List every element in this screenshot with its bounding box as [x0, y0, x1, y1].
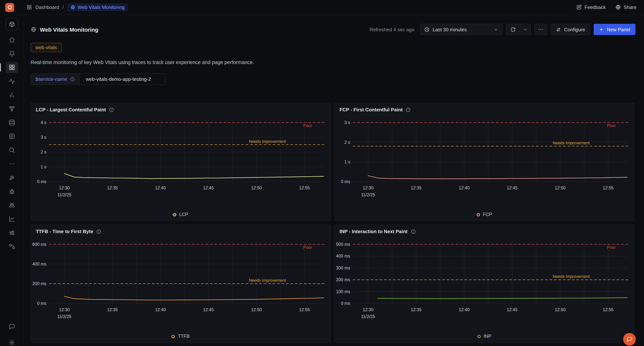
svg-text:11/2/25: 11/2/25 — [58, 314, 71, 319]
sidebar-item-infrastructure[interactable] — [6, 117, 18, 128]
sidebar-item-metrics[interactable] — [6, 89, 18, 101]
panel-title: FCP - First Contentful Paint — [340, 107, 403, 112]
svg-text:0 ms: 0 ms — [341, 301, 350, 306]
home-icon — [8, 36, 15, 43]
panel-header: LCP - Largest Contentful Paint — [36, 107, 114, 112]
refresh-split-button — [506, 24, 531, 35]
panel-title: TTFB - Time to First Byte — [36, 229, 93, 234]
breadcrumb-current[interactable]: Web Vitals Monitoring — [67, 3, 128, 11]
svg-text:11/2/25: 11/2/25 — [361, 192, 375, 197]
variable-name: $service-name — [31, 74, 80, 84]
svg-text:4 s: 4 s — [40, 120, 46, 125]
svg-text:11/2/25: 11/2/25 — [58, 192, 71, 197]
panel-header: FCP - First Contentful Paint — [340, 107, 411, 112]
svg-text:12:50: 12:50 — [555, 307, 566, 312]
legend-item-inp[interactable]: INP — [335, 334, 634, 339]
panel-inp: INP - Interaction to Next Paint 0 ms100 … — [334, 225, 634, 343]
refresh-button[interactable] — [506, 24, 520, 35]
cluster-icon — [8, 105, 15, 112]
svg-text:1 s: 1 s — [344, 159, 350, 164]
panel-ttfb: TTFB - Time to First Byte 0 ms200 ms400 … — [30, 225, 330, 343]
sidebar-item-logs[interactable] — [6, 131, 18, 142]
configure-button[interactable]: Configure — [551, 24, 590, 35]
sidebar-item-home[interactable] — [6, 34, 18, 45]
svg-text:12:40: 12:40 — [155, 185, 166, 190]
sidebar-item-service-map[interactable] — [6, 103, 18, 114]
svg-text:0 ms: 0 ms — [341, 179, 350, 184]
new-panel-button[interactable]: New Panel — [594, 24, 636, 35]
clock-icon — [424, 27, 430, 32]
legend-item-fcp[interactable]: FCP — [335, 212, 634, 217]
refresh-options-button[interactable] — [520, 24, 530, 35]
sidebar-item-settings[interactable] — [6, 337, 18, 346]
feedback-button[interactable]: Feedback — [576, 4, 606, 10]
svg-text:12:45: 12:45 — [203, 307, 214, 312]
main-content: Web Vitals Monitoring Refreshed 4 sec ag… — [24, 15, 644, 346]
svg-text:12:30: 12:30 — [59, 307, 70, 312]
sidebar-item-pipelines[interactable] — [6, 241, 18, 252]
variable-value-select[interactable]: web-vitals-demo-app-testing-2 — [80, 74, 165, 84]
svg-text:12:55: 12:55 — [603, 307, 614, 312]
share-button[interactable]: Share — [616, 4, 636, 10]
svg-text:12:50: 12:50 — [251, 185, 262, 190]
refreshed-status: Refreshed 4 sec ago — [370, 27, 414, 32]
svg-text:12:30: 12:30 — [59, 185, 70, 190]
svg-text:Poor: Poor — [303, 123, 312, 128]
support-chat-button[interactable] — [623, 333, 636, 346]
info-icon[interactable] — [410, 229, 416, 234]
dashboard-tag: web-vitals — [30, 43, 62, 52]
sidebar-item-exceptions[interactable] — [6, 186, 18, 197]
panel-header: TTFB - Time to First Byte — [36, 229, 102, 234]
breadcrumb-root[interactable]: Dashboard — [36, 4, 59, 10]
svg-text:12:45: 12:45 — [507, 185, 518, 190]
svg-text:2 s: 2 s — [344, 140, 350, 145]
svg-text:0 ms: 0 ms — [37, 179, 46, 184]
sidebar-item-usage[interactable] — [6, 213, 18, 225]
signoz-logo-icon[interactable] — [5, 3, 14, 12]
svg-text:400 ms: 400 ms — [32, 262, 46, 267]
sliders-icon — [556, 27, 561, 32]
binoculars-icon — [8, 202, 15, 209]
legend-item-lcp[interactable]: LCP — [31, 212, 330, 217]
chevron-down-icon — [494, 27, 498, 32]
sidebar-item-tools[interactable] — [6, 172, 18, 183]
sidebar-item-billing[interactable] — [6, 227, 18, 238]
inp-chart: 0 ms100 ms200 ms300 ms400 ms500 ms12:301… — [335, 225, 634, 343]
feedback-label: Feedback — [584, 4, 606, 10]
globe-icon — [30, 26, 36, 32]
bug-icon — [8, 188, 15, 195]
legend-item-ttfb[interactable]: TTFB — [31, 334, 330, 339]
sidebar-item-traces[interactable] — [6, 144, 18, 156]
sidebar-item-services[interactable] — [6, 76, 18, 87]
svg-text:12:55: 12:55 — [299, 185, 310, 190]
bar-chart-icon — [8, 92, 15, 98]
time-range-select[interactable]: Last 30 minutes — [420, 24, 502, 35]
sidebar-item-onboarding[interactable] — [6, 18, 18, 30]
cube-icon — [9, 21, 15, 27]
svg-text:Poor: Poor — [303, 245, 312, 250]
info-icon[interactable] — [96, 229, 102, 234]
info-icon[interactable] — [406, 107, 411, 112]
info-icon[interactable] — [109, 107, 114, 112]
sidebar-item-more[interactable] — [6, 158, 18, 169]
svg-text:12:30: 12:30 — [363, 185, 374, 190]
info-icon[interactable] — [70, 77, 75, 81]
sidebar-item-support[interactable] — [6, 321, 18, 332]
more-options-button[interactable] — [534, 24, 547, 35]
sidebar-item-dashboards[interactable] — [6, 62, 18, 73]
database-icon — [8, 119, 15, 126]
svg-text:1 s: 1 s — [40, 164, 46, 169]
svg-text:200 ms: 200 ms — [336, 277, 350, 282]
sidebar-item-explorer[interactable] — [6, 200, 18, 211]
sidebar-item-alerts[interactable] — [6, 48, 18, 59]
svg-text:Needs Improvement: Needs Improvement — [553, 141, 590, 145]
svg-text:12:55: 12:55 — [603, 185, 614, 190]
svg-text:3 s: 3 s — [40, 135, 46, 140]
time-range-value: Last 30 minutes — [433, 27, 467, 32]
dashboard-header: Web Vitals Monitoring Refreshed 4 sec ag… — [30, 24, 636, 35]
logs-icon — [8, 133, 15, 140]
svg-text:12:40: 12:40 — [155, 307, 166, 312]
breadcrumb-current-label: Web Vitals Monitoring — [78, 4, 124, 10]
svg-text:Needs Improvement: Needs Improvement — [553, 274, 590, 279]
legend-label: TTFB — [178, 334, 190, 339]
